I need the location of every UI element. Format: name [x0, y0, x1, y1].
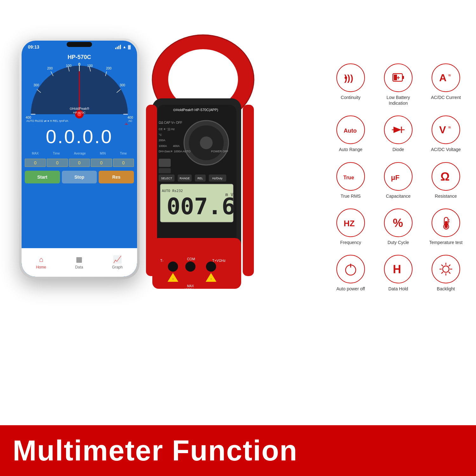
stop-button[interactable]: Stop	[62, 171, 97, 183]
value-box-2: 0	[47, 159, 68, 167]
svg-text:A: A	[439, 72, 446, 83]
feature-label-backlight: Backlight	[437, 286, 455, 292]
value-box-1: 0	[25, 159, 46, 167]
start-button[interactable]: Start	[25, 171, 60, 183]
value-box-4: 0	[91, 159, 112, 167]
wifi-icon: ▲	[122, 45, 126, 49]
feature-circle-true-rms: True	[336, 162, 365, 191]
feature-duty-cycle: %Duty Cycle	[378, 208, 419, 245]
svg-rect-30	[146, 105, 157, 276]
feature-circle-capacitance: μF	[384, 162, 413, 191]
feature-circle-auto-range: Auto	[336, 116, 365, 144]
feature-frequency: HZFrequency	[330, 208, 371, 245]
clamp-meter-svg: 007.6 m V AUTO Rs232 SELECT RANGE REL Hz…	[121, 16, 267, 333]
feature-circle-auto-power-off	[336, 255, 365, 283]
home-icon: ⌂	[39, 255, 43, 264]
feature-circle-continuity: )))	[336, 63, 365, 92]
svg-text:100: 100	[66, 64, 72, 68]
svg-text:Hz/Duty: Hz/Duty	[212, 177, 223, 180]
feature-circle-backlight	[432, 255, 460, 283]
svg-text:MAX: MAX	[187, 284, 194, 288]
nav-data-label: Data	[75, 265, 83, 269]
max-label: MAX	[32, 152, 39, 155]
nav-home-label: Home	[36, 265, 46, 269]
feature-label-ac-dc-voltage: AC/DC Voltage	[431, 147, 461, 152]
bottom-nav: ⌂ Home ▦ Data 📈 Graph	[22, 248, 137, 277]
svg-text:1000A: 1000A	[159, 144, 167, 148]
svg-text:1000V—: 1000V—	[184, 288, 197, 292]
svg-text:400: 400	[26, 116, 31, 119]
svg-text:!: !	[211, 278, 211, 281]
feature-label-auto-power-off: Auto power off	[336, 286, 365, 292]
svg-text:≈: ≈	[448, 73, 451, 78]
svg-rect-75	[394, 75, 397, 80]
svg-text:200A: 200A	[159, 139, 165, 142]
svg-point-50	[185, 261, 195, 272]
svg-text:!: !	[173, 278, 173, 281]
feature-circle-data-hold: H	[384, 255, 413, 283]
min-label: MIN	[100, 152, 106, 155]
svg-text:300: 300	[34, 83, 39, 87]
svg-text:HZ: HZ	[344, 219, 355, 228]
svg-rect-31	[243, 105, 254, 276]
nav-home[interactable]: ⌂ Home	[36, 255, 46, 269]
button-row: Start Stop Res	[25, 171, 134, 183]
feature-label-capacitance: Capacitance	[386, 193, 411, 199]
feature-circle-resistance: Ω	[432, 162, 460, 191]
svg-text:750V~: 750V~	[186, 292, 195, 295]
feature-label-data-hold: Data Hold	[388, 286, 408, 292]
svg-text:200: 200	[47, 66, 53, 70]
feature-true-rms: TrueTrue RMS	[330, 162, 371, 199]
svg-text:%: %	[393, 216, 403, 229]
svg-rect-29	[152, 238, 241, 289]
feature-label-true-rms: True RMS	[340, 193, 360, 199]
svg-text:True: True	[343, 175, 354, 180]
clamp-meter-image: 007.6 m V AUTO Rs232 SELECT RANGE REL Hz…	[121, 16, 267, 333]
svg-text:°C: °C	[159, 133, 162, 136]
feature-circle-low-battery	[384, 63, 413, 92]
svg-text:μF: μF	[391, 174, 400, 182]
svg-text:AUTO Rs232: AUTO Rs232	[162, 189, 183, 193]
svg-text:V: V	[439, 124, 446, 136]
svg-text:≈: ≈	[448, 125, 451, 130]
features-grid: )))ContinuityLow Battery IndicationA≈AC/…	[330, 63, 466, 292]
svg-marker-81	[393, 127, 401, 133]
signal-icon	[115, 45, 121, 49]
svg-text:POWER OFF: POWER OFF	[211, 150, 228, 153]
banner-text: Multimeter Function	[13, 434, 298, 467]
nav-data[interactable]: ▦ Data	[75, 255, 83, 269]
feature-circle-temperature	[432, 208, 460, 237]
feature-diode: Diode	[378, 116, 419, 152]
feature-circle-duty-cycle: %	[384, 208, 413, 237]
max-min-row: MAX Time Average MIN Time	[22, 152, 137, 155]
svg-point-51	[206, 261, 216, 272]
svg-text:⊙HoldPeak®  HP-570C(APP): ⊙HoldPeak® HP-570C(APP)	[173, 108, 218, 112]
svg-point-49	[168, 261, 178, 272]
feature-capacitance: μFCapacitance	[378, 162, 419, 199]
value-boxes: 0 0 0 0 0	[25, 159, 134, 167]
svg-point-101	[443, 266, 449, 272]
phone-app-title: HP-570C	[22, 54, 137, 61]
feature-data-hold: HData Hold	[378, 255, 419, 292]
svg-text:⊙HoldPeak®: ⊙HoldPeak®	[69, 107, 89, 110]
svg-text:HP-570C: HP-570C	[73, 111, 85, 114]
svg-line-107	[449, 272, 450, 274]
svg-text:0: 0	[78, 62, 81, 67]
svg-rect-74	[402, 76, 404, 79]
feature-auto-power-off: Auto power off	[330, 255, 371, 292]
feature-circle-frequency: HZ	[336, 208, 365, 237]
svg-text:SELECT: SELECT	[161, 177, 172, 180]
svg-text:DH>2sec✳  1000A AUTO: DH>2sec✳ 1000A AUTO	[159, 150, 190, 153]
bottom-banner: Multimeter Function	[0, 425, 476, 476]
feature-label-diode: Diode	[393, 147, 404, 152]
info-text: AUTO Rs232 ⇄ ● H REL ηmFVA	[26, 119, 68, 122]
svg-text:ΩΔ CAP  V≈  OFF: ΩΔ CAP V≈ OFF	[159, 121, 182, 124]
svg-text:Ω: Ω	[440, 170, 450, 183]
feature-label-continuity: Continuity	[341, 95, 360, 100]
feature-backlight: Backlight	[425, 255, 466, 292]
feature-label-ac-dc-current: AC/DC Current	[431, 95, 461, 100]
svg-text:COM: COM	[187, 257, 195, 261]
svg-rect-47	[159, 159, 171, 167]
feature-circle-ac-dc-current: A≈	[432, 63, 460, 92]
average-label: Average	[74, 152, 86, 155]
